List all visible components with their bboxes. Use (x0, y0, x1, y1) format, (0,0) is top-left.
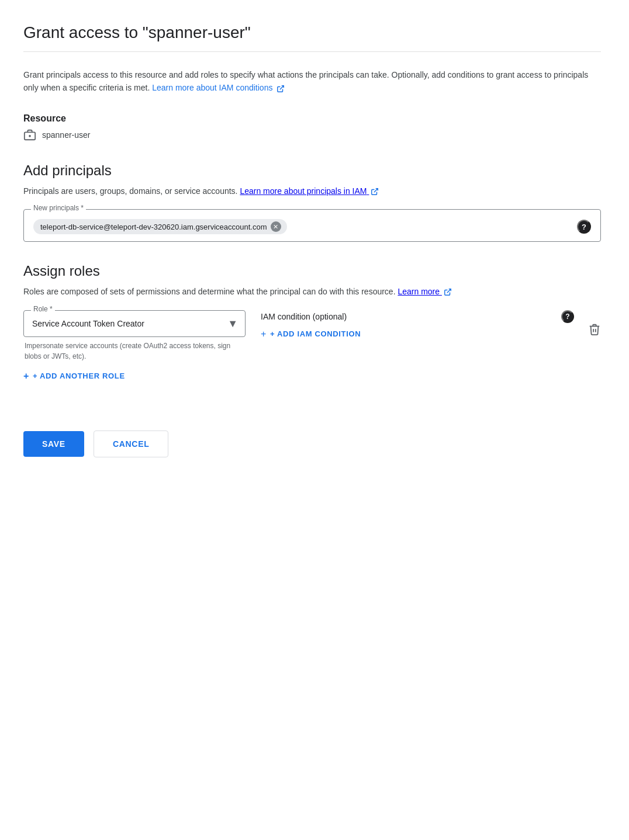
assign-roles-section: Assign roles Roles are composed of sets … (23, 263, 601, 411)
role-condition-row: Role * Service Account Token Creator ▼ I… (23, 310, 601, 362)
learn-principals-link[interactable]: Learn more about principals in IAM (240, 186, 379, 196)
resource-section: Resource spanner-user (23, 113, 601, 141)
svg-line-0 (280, 85, 284, 89)
roles-description: Roles are composed of sets of permission… (23, 285, 601, 298)
resource-label: Resource (23, 113, 601, 124)
close-icon: ✕ (273, 223, 278, 231)
principals-help-button[interactable]: ? (577, 220, 591, 234)
role-description: Impersonate service accounts (create OAu… (25, 341, 247, 362)
role-select[interactable]: Service Account Token Creator (24, 311, 245, 336)
chip-value: teleport-db-service@teleport-dev-320620.… (40, 223, 267, 231)
iam-condition-label: IAM condition (optional) (261, 312, 347, 321)
cancel-button[interactable]: CANCEL (94, 431, 169, 457)
resource-icon (23, 129, 36, 141)
delete-icon (588, 323, 601, 339)
iam-condition-header: IAM condition (optional) ? (261, 310, 574, 323)
learn-iam-conditions-link[interactable]: Learn more about IAM conditions (152, 83, 285, 92)
add-another-role-label: + ADD ANOTHER ROLE (33, 372, 125, 380)
resource-name: spanner-user (42, 130, 91, 140)
svg-line-4 (374, 189, 378, 192)
save-button[interactable]: SAVE (23, 431, 84, 457)
learn-more-link[interactable]: Learn more (398, 287, 451, 296)
add-role-plus-icon: + (23, 371, 29, 381)
iam-condition-section: IAM condition (optional) ? + + ADD IAM C… (261, 310, 574, 339)
new-principals-label: New principals * (31, 204, 86, 212)
add-principals-section: Add principals Principals are users, gro… (23, 162, 601, 242)
page-title: Grant access to "spanner-user" (23, 23, 601, 52)
external-link-icon (277, 81, 285, 94)
footer-buttons: SAVE CANCEL (23, 431, 601, 457)
page-description: Grant principals access to this resource… (23, 68, 601, 95)
external-link-icon-3 (444, 285, 452, 298)
help-icon: ? (582, 223, 586, 231)
plus-icon: + (261, 329, 267, 339)
external-link-icon-2 (371, 185, 379, 197)
add-principals-title: Add principals (23, 162, 601, 179)
iam-condition-help-button[interactable]: ? (561, 310, 574, 323)
assign-roles-title: Assign roles (23, 263, 601, 279)
principals-description: Principals are users, groups, domains, o… (23, 185, 601, 197)
delete-role-wrapper (588, 317, 601, 339)
resource-row: spanner-user (23, 129, 601, 141)
chip-close-button[interactable]: ✕ (271, 221, 281, 232)
add-iam-condition-button[interactable]: + + ADD IAM CONDITION (261, 329, 361, 339)
principals-input-row: teleport-db-service@teleport-dev-320620.… (33, 219, 591, 234)
add-another-role-button[interactable]: + + ADD ANOTHER ROLE (23, 369, 125, 384)
help-icon-2: ? (565, 313, 569, 321)
role-field-wrapper: Role * Service Account Token Creator ▼ I… (23, 310, 247, 362)
role-field-label: Role * (31, 305, 55, 313)
svg-line-5 (447, 289, 451, 293)
principal-chip[interactable]: teleport-db-service@teleport-dev-320620.… (33, 219, 287, 234)
delete-role-button[interactable] (588, 323, 601, 339)
add-iam-condition-label: + ADD IAM CONDITION (270, 329, 361, 338)
new-principals-field[interactable]: New principals * teleport-db-service@tel… (23, 209, 601, 242)
role-field-container[interactable]: Role * Service Account Token Creator ▼ (23, 310, 246, 337)
